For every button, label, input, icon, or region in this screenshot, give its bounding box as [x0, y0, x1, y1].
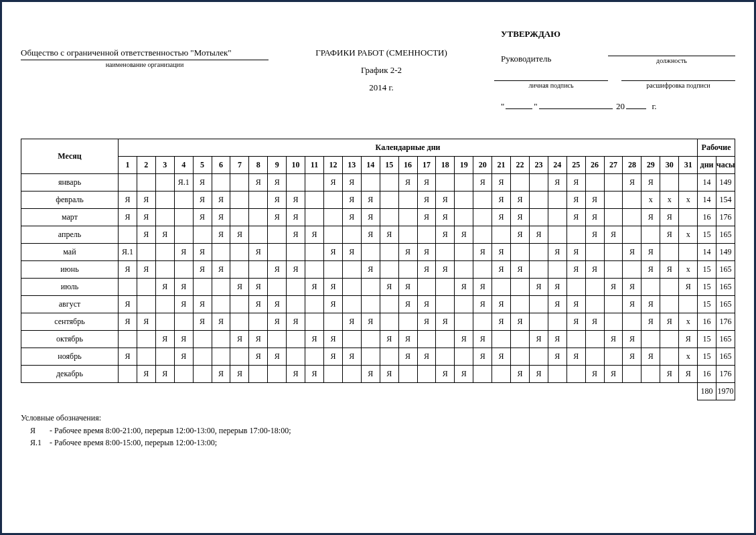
day-cell — [566, 226, 585, 244]
day-cell: Я — [492, 348, 511, 366]
day-cell: Я — [268, 174, 287, 192]
day-cell — [155, 174, 174, 192]
day-cell: Я — [417, 296, 436, 313]
day-cell: Я — [268, 209, 287, 226]
row-days: 15 — [698, 331, 716, 348]
day-cell: Я — [249, 174, 268, 192]
day-cell: Я — [566, 296, 585, 313]
day-cell — [230, 192, 249, 209]
day-cell: Я — [398, 174, 417, 192]
day-cell — [641, 366, 660, 383]
day-cell — [361, 296, 380, 313]
day-cell: Я — [193, 296, 212, 313]
day-cell — [268, 244, 287, 261]
day-cell: Я — [455, 226, 473, 244]
day-cell: Я — [398, 331, 417, 348]
day-cell: Я — [548, 348, 566, 366]
day-cell — [511, 331, 530, 348]
day-cell: Я — [323, 348, 342, 366]
day-cell — [455, 348, 473, 366]
day-cell — [287, 331, 305, 348]
day-cell: Я — [492, 261, 511, 279]
day-cell — [380, 296, 398, 313]
day-cell: Я — [380, 279, 398, 296]
day-cell: Я — [417, 244, 436, 261]
day-cell: Я — [380, 226, 398, 244]
table-row: июльЯЯЯЯЯЯЯЯЯЯЯЯЯЯЯ15165 — [21, 279, 735, 296]
day-cell — [511, 174, 530, 192]
day-cell: Я — [473, 244, 492, 261]
day-cell: Я — [604, 366, 623, 383]
day-cell — [529, 313, 548, 331]
day-cell: Я.1 — [119, 244, 137, 261]
day-cell — [398, 313, 417, 331]
header-month: Месяц — [21, 139, 119, 174]
day-cell — [380, 348, 398, 366]
day-cell — [623, 261, 641, 279]
day-cell — [249, 313, 268, 331]
day-cell — [342, 331, 361, 348]
day-cell — [492, 279, 511, 296]
day-cell: Я — [323, 244, 342, 261]
day-cell: Я — [585, 226, 604, 244]
day-cell — [529, 192, 548, 209]
day-cell: Я — [585, 366, 604, 383]
table-row: августЯЯЯЯЯЯЯЯЯЯЯЯЯЯ15165 — [21, 296, 735, 313]
month-cell: октябрь — [21, 331, 119, 348]
month-cell: август — [21, 296, 119, 313]
row-days: 15 — [698, 226, 716, 244]
day-cell: Я — [604, 279, 623, 296]
day-cell: Я — [548, 331, 566, 348]
day-cell — [585, 244, 604, 261]
legend-code: Я.1 — [30, 437, 48, 449]
day-cell: Я — [548, 174, 566, 192]
table-body: январьЯ.1ЯЯЯЯЯЯЯЯЯЯЯЯЯ14149февральЯЯЯЯЯЯ… — [21, 174, 735, 383]
day-cell: Я — [641, 244, 660, 261]
row-hours: 165 — [716, 226, 735, 244]
day-cell: Я — [548, 296, 566, 313]
row-days: 15 — [698, 296, 716, 313]
day-cell: Я — [660, 209, 679, 226]
day-cell: Я — [174, 348, 193, 366]
day-cell: x — [679, 192, 698, 209]
day-cell: Я — [230, 226, 249, 244]
day-cell: Я — [305, 226, 324, 244]
day-cell: x — [679, 313, 698, 331]
day-cell — [137, 279, 155, 296]
organization-label: наименование организации — [21, 60, 269, 68]
day-cell — [174, 192, 193, 209]
day-cell — [230, 261, 249, 279]
day-cell: Я — [417, 348, 436, 366]
day-cell — [585, 279, 604, 296]
header-work: Рабочие — [698, 139, 735, 157]
day-cell — [305, 209, 324, 226]
day-cell: Я — [119, 348, 137, 366]
day-cell — [212, 174, 230, 192]
day-cell — [660, 331, 679, 348]
day-cell — [529, 296, 548, 313]
day-cell: Я — [679, 279, 698, 296]
header-day-5: 5 — [193, 157, 212, 174]
day-cell — [548, 261, 566, 279]
day-cell: x — [660, 192, 679, 209]
month-cell: февраль — [21, 192, 119, 209]
approval-block: УТВЕРЖДАЮ Руководитель должность личная … — [494, 29, 735, 112]
day-cell: Я — [641, 174, 660, 192]
row-hours: 154 — [716, 192, 735, 209]
day-cell: Я — [473, 348, 492, 366]
day-cell — [529, 261, 548, 279]
day-cell — [398, 209, 417, 226]
day-cell: Я — [323, 296, 342, 313]
day-cell — [566, 279, 585, 296]
day-cell — [604, 261, 623, 279]
day-cell — [380, 261, 398, 279]
document-year: 2014 г. — [269, 82, 494, 93]
header-day-1: 1 — [119, 157, 137, 174]
day-cell — [268, 279, 287, 296]
day-cell: Я — [436, 192, 455, 209]
day-cell — [137, 244, 155, 261]
row-hours: 149 — [716, 244, 735, 261]
day-cell — [455, 209, 473, 226]
day-cell: Я — [119, 209, 137, 226]
month-cell: январь — [21, 174, 119, 192]
